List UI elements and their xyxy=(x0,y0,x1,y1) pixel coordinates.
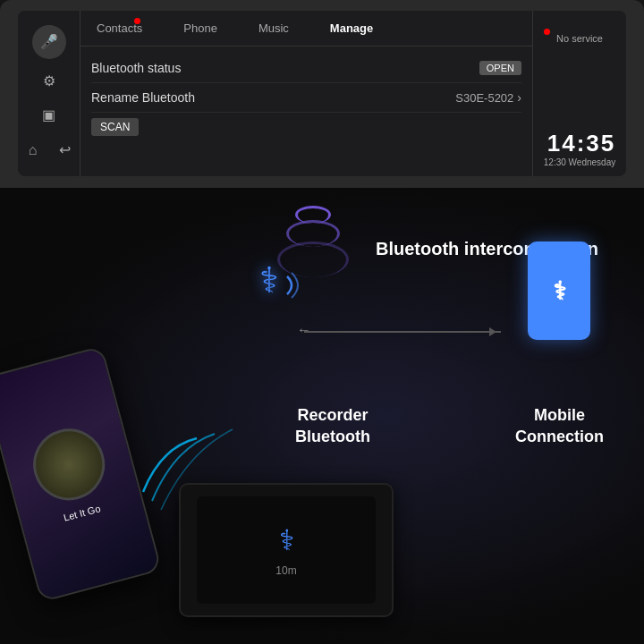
mobile-connection-label: Mobile Connection xyxy=(515,405,604,447)
chevron-icon: › xyxy=(517,90,521,105)
device-name: S30E-5202 › xyxy=(455,90,521,105)
mic-button[interactable]: 🎤 xyxy=(32,25,66,59)
bluetooth-menu: Bluetooth status OPEN Rename Bluetooth S… xyxy=(80,47,532,176)
tab-contacts[interactable]: Contacts xyxy=(89,17,149,39)
back-button[interactable]: ↩ xyxy=(53,138,78,163)
tab-music[interactable]: Music xyxy=(251,17,296,39)
status-dot xyxy=(134,18,140,24)
gear-icon: ⚙ xyxy=(43,72,55,89)
gear-button[interactable]: ⚙ xyxy=(37,69,62,94)
infographic-section: Let It Go ⚕ Bluetooth interconnection ⚕ … xyxy=(0,188,644,644)
home-icon: ⌂ xyxy=(29,142,38,158)
mobile-bt-symbol: ⚕ xyxy=(553,276,566,306)
bluetooth-icon: ⚕ xyxy=(259,259,279,301)
rename-bluetooth-label: Rename Bluetooth xyxy=(91,90,195,105)
camera-icon: ▣ xyxy=(42,106,55,123)
bluetooth-status-label: Bluetooth status xyxy=(91,61,181,75)
bluetooth-rename-row[interactable]: Rename Bluetooth S30E-5202 › xyxy=(91,83,521,113)
connection-arrow xyxy=(304,331,501,333)
bluetooth-status-row: Bluetooth status OPEN xyxy=(91,54,521,83)
back-icon: ↩ xyxy=(59,141,71,158)
bt-signal-waves xyxy=(283,260,305,301)
nav-tabs: Contacts Phone Music Manage xyxy=(80,11,532,47)
phone-song-title: Let It Go xyxy=(63,503,102,523)
no-service-label: No service xyxy=(556,33,603,44)
car-distance-label: 10m xyxy=(275,564,296,577)
car-unit-screen: ⚕ 10m xyxy=(197,496,376,604)
notification-dot xyxy=(544,29,550,35)
recorder-bluetooth-label: Recorder Bluetooth xyxy=(295,405,370,447)
phone-album-art xyxy=(25,420,113,508)
right-sidebar: No service 14:35 12:30 Wednesday xyxy=(532,11,626,176)
mobile-phone-icon: ⚕ xyxy=(528,242,590,340)
clock-area: 14:35 12:30 Wednesday xyxy=(544,130,615,167)
clock-date: 12:30 Wednesday xyxy=(544,157,615,167)
tab-manage[interactable]: Manage xyxy=(323,17,380,39)
open-badge: OPEN xyxy=(479,61,521,75)
car-bt-icon: ⚕ xyxy=(279,523,294,557)
clock-time: 14:35 xyxy=(544,130,615,157)
camera-button[interactable]: ▣ xyxy=(37,103,62,128)
main-content: Contacts Phone Music Manage Bluetooth st… xyxy=(80,11,532,176)
mic-icon: 🎤 xyxy=(40,33,58,50)
tab-phone[interactable]: Phone xyxy=(176,17,225,39)
car-head-unit: ⚕ 10m xyxy=(179,483,394,617)
dashboard-panel: 🎤 ⚙ ▣ ⌂ ↩ Cont xyxy=(0,0,644,188)
bt-symbol-area: ⚕ xyxy=(259,259,305,301)
left-sidebar: 🎤 ⚙ ▣ ⌂ ↩ xyxy=(18,11,80,176)
scan-button[interactable]: SCAN xyxy=(91,118,139,136)
home-button[interactable]: ⌂ xyxy=(21,138,46,163)
